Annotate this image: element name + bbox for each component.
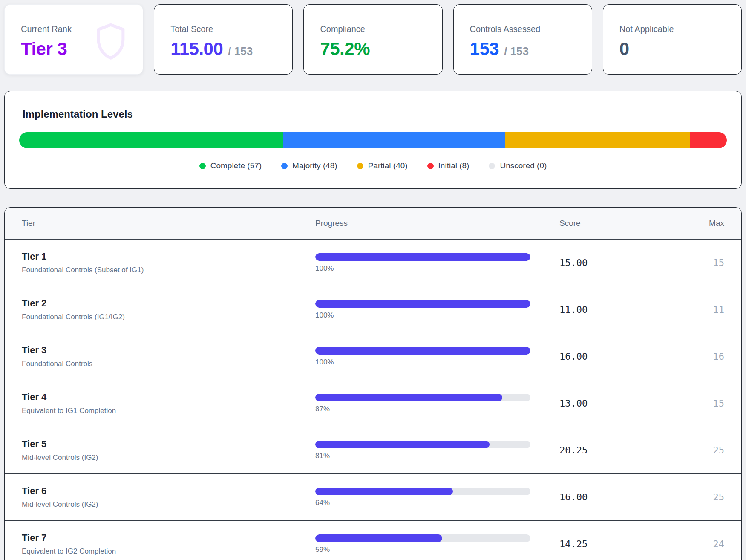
progress-cell: 100% <box>315 347 535 367</box>
score-value: 11.00 <box>535 304 694 315</box>
summary-card-total-score: Total Score 115.00 / 153 <box>154 4 293 75</box>
score-value: 13.00 <box>535 398 694 409</box>
card-label: Total Score <box>170 24 276 34</box>
legend-dot-icon <box>199 163 206 169</box>
summary-card-controls-assessed: Controls Assessed 153 / 153 <box>453 4 592 75</box>
current-rank-value: Tier 3 <box>21 40 67 58</box>
summary-card-current-rank: Current Rank Tier 3 <box>4 4 143 75</box>
segment-complete <box>19 132 283 148</box>
tier-name: Tier 1 <box>22 251 315 262</box>
max-value: 25 <box>694 445 724 456</box>
legend-item-partial: Partial (40) <box>357 161 408 170</box>
progress-percent-label: 59% <box>315 546 530 554</box>
progress-percent-label: 87% <box>315 405 530 413</box>
tier-cell: Tier 3 Foundational Controls <box>22 345 315 368</box>
implementation-stacked-bar <box>19 132 727 148</box>
legend-label: Complete (57) <box>210 161 262 170</box>
tier-description: Mid-level Controls (IG2) <box>22 453 315 462</box>
not-applicable-value: 0 <box>619 40 629 58</box>
max-value: 16 <box>694 351 724 362</box>
progress-percent-label: 100% <box>315 264 530 273</box>
legend-item-majority: Majority (48) <box>281 161 337 170</box>
progress-bar-fill <box>315 441 490 448</box>
progress-bar-track <box>315 300 530 308</box>
progress-bar-track <box>315 253 530 261</box>
tier-description: Equivalent to IG1 Completion <box>22 407 315 415</box>
progress-bar-track <box>315 534 530 542</box>
tier-name: Tier 7 <box>22 532 315 543</box>
legend-item-complete: Complete (57) <box>199 161 262 170</box>
table-row: Tier 6 Mid-level Controls (IG2) 64% 16.0… <box>5 474 741 521</box>
legend-dot-icon <box>357 163 363 169</box>
legend-dot-icon <box>427 163 434 169</box>
score-value: 16.00 <box>535 492 694 502</box>
max-value: 25 <box>694 492 724 502</box>
column-header-progress: Progress <box>315 219 535 228</box>
tier-table-header: Tier Progress Score Max <box>5 208 741 240</box>
summary-card-compliance: Compliance 75.2% <box>303 4 442 75</box>
controls-assessed-max: / 153 <box>504 45 529 58</box>
table-row: Tier 4 Equivalent to IG1 Completion 87% … <box>5 380 741 427</box>
score-value: 15.00 <box>535 257 694 268</box>
legend-item-unscored: Unscored (0) <box>489 161 547 170</box>
progress-cell: 100% <box>315 253 535 273</box>
legend-dot-icon <box>281 163 288 169</box>
tier-name: Tier 2 <box>22 298 315 309</box>
progress-bar-fill <box>315 300 530 308</box>
tier-cell: Tier 1 Foundational Controls (Subset of … <box>22 251 315 274</box>
column-header-max: Max <box>694 219 724 228</box>
tier-description: Foundational Controls <box>22 360 315 368</box>
table-row: Tier 2 Foundational Controls (IG1/IG2) 1… <box>5 286 741 333</box>
summary-cards: Current Rank Tier 3 Total Score 115.00 /… <box>4 4 742 75</box>
progress-bar-fill <box>315 347 530 355</box>
implementation-legend: Complete (57)Majority (48)Partial (40)In… <box>19 161 727 170</box>
legend-label: Unscored (0) <box>500 161 547 170</box>
progress-bar-track <box>315 488 530 495</box>
tier-description: Equivalent to IG2 Completion <box>22 547 315 556</box>
progress-cell: 81% <box>315 441 535 460</box>
compliance-dashboard: Current Rank Tier 3 Total Score 115.00 /… <box>4 4 742 560</box>
tier-cell: Tier 2 Foundational Controls (IG1/IG2) <box>22 298 315 321</box>
legend-label: Majority (48) <box>292 161 337 170</box>
table-row: Tier 5 Mid-level Controls (IG2) 81% 20.2… <box>5 427 741 474</box>
tier-description: Mid-level Controls (IG2) <box>22 500 315 509</box>
progress-bar-track <box>315 394 530 401</box>
score-value: 20.25 <box>535 445 694 456</box>
tier-table-body: Tier 1 Foundational Controls (Subset of … <box>5 240 741 560</box>
legend-item-initial: Initial (8) <box>427 161 469 170</box>
progress-percent-label: 100% <box>315 311 530 320</box>
tier-name: Tier 4 <box>22 392 315 403</box>
progress-bar-fill <box>315 534 442 542</box>
tier-name: Tier 6 <box>22 485 315 496</box>
legend-label: Initial (8) <box>438 161 469 170</box>
table-row: Tier 1 Foundational Controls (Subset of … <box>5 240 741 286</box>
table-row: Tier 3 Foundational Controls 100% 16.00 … <box>5 333 741 380</box>
tier-cell: Tier 6 Mid-level Controls (IG2) <box>22 485 315 509</box>
tier-cell: Tier 5 Mid-level Controls (IG2) <box>22 439 315 462</box>
progress-bar-fill <box>315 253 530 261</box>
total-score-value: 115.00 <box>170 40 223 58</box>
max-value: 24 <box>694 539 724 549</box>
progress-cell: 87% <box>315 394 535 413</box>
max-value: 15 <box>694 398 724 409</box>
card-label: Controls Assessed <box>470 24 576 34</box>
progress-percent-label: 64% <box>315 499 530 507</box>
tier-description: Foundational Controls (IG1/IG2) <box>22 313 315 321</box>
progress-bar-fill <box>315 394 502 401</box>
segment-partial <box>505 132 690 148</box>
tier-name: Tier 3 <box>22 345 315 356</box>
progress-percent-label: 100% <box>315 358 530 367</box>
progress-bar-fill <box>315 488 453 495</box>
progress-bar-track <box>315 441 530 448</box>
tier-cell: Tier 7 Equivalent to IG2 Completion <box>22 532 315 556</box>
progress-cell: 64% <box>315 488 535 507</box>
summary-card-not-applicable: Not Applicable 0 <box>603 4 742 75</box>
tier-table-panel: Tier Progress Score Max Tier 1 Foundatio… <box>4 207 742 560</box>
implementation-levels-title: Implementation Levels <box>23 108 727 120</box>
progress-bar-track <box>315 347 530 355</box>
card-label: Not Applicable <box>619 24 725 34</box>
legend-dot-icon <box>489 163 495 169</box>
tier-name: Tier 5 <box>22 439 315 450</box>
tier-cell: Tier 4 Equivalent to IG1 Completion <box>22 392 315 415</box>
total-score-max: / 153 <box>228 45 253 58</box>
